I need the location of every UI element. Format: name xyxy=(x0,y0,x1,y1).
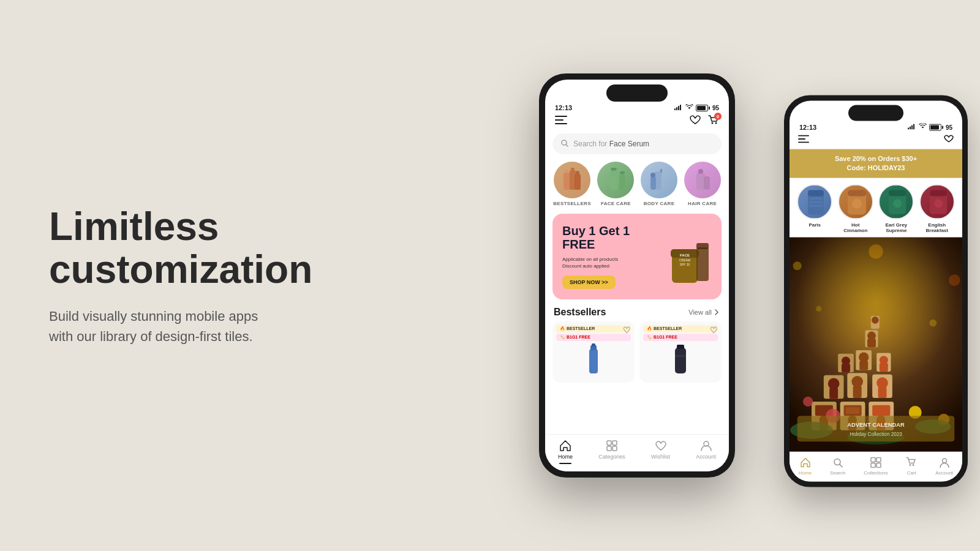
phones-container: 12:13 95 xyxy=(502,0,980,551)
app-header-1: 0 xyxy=(545,113,729,131)
svg-line-10 xyxy=(566,144,568,146)
svg-rect-125 xyxy=(876,463,881,468)
svg-rect-47 xyxy=(910,127,911,130)
category-bodycare[interactable]: BODY CARE xyxy=(641,162,677,206)
svg-point-71 xyxy=(816,306,821,312)
cart-button-1[interactable]: 0 xyxy=(708,115,719,127)
svg-rect-122 xyxy=(871,458,875,462)
svg-point-20 xyxy=(620,171,625,174)
promo-product-image: FACE CREAM SPF 30 xyxy=(663,232,712,281)
collection-img-english xyxy=(919,184,955,219)
svg-rect-95 xyxy=(829,388,838,399)
promo-banner-1: Buy 1 Get 1 FREE Applicable on all produ… xyxy=(552,214,722,299)
category-facecare[interactable]: FACE CARE xyxy=(597,162,634,206)
svg-rect-27 xyxy=(704,176,710,190)
svg-rect-48 xyxy=(911,126,913,130)
nav-account-1[interactable]: Account xyxy=(696,440,716,464)
nav-cart-2[interactable]: Cart xyxy=(906,457,917,476)
svg-rect-41 xyxy=(607,441,611,445)
search-bar-1[interactable]: Search for Face Serum xyxy=(552,133,722,154)
dynamic-island-2 xyxy=(848,105,903,121)
svg-rect-2 xyxy=(678,106,679,110)
shop-now-button[interactable]: SHOP NOW >> xyxy=(562,276,616,289)
wishlist-icon-2[interactable] xyxy=(944,135,954,146)
nav-categories-1[interactable]: Categories xyxy=(598,440,625,464)
nav-home-1[interactable]: Home xyxy=(558,440,573,464)
svg-rect-101 xyxy=(880,363,888,372)
svg-point-94 xyxy=(828,378,840,389)
svg-point-127 xyxy=(913,464,914,466)
category-label-bestsellers: BESTSELLERS xyxy=(553,201,591,206)
collection-paris[interactable]: Paris xyxy=(797,184,832,233)
promo-text-1: Buy 1 Get 1 FREE Applicable on all produ… xyxy=(562,224,663,289)
svg-rect-44 xyxy=(612,446,617,451)
app-header-2 xyxy=(790,132,962,149)
p2-nav-label-cart: Cart xyxy=(907,470,916,476)
wishlist-icon-product-1[interactable]: ♡ xyxy=(710,325,718,335)
svg-text:Holiday Collection 2023: Holiday Collection 2023 xyxy=(850,432,902,437)
header-actions-1: 0 xyxy=(690,115,719,127)
svg-rect-80 xyxy=(872,405,890,416)
category-img-facecare xyxy=(597,162,634,198)
nav-wishlist-1[interactable]: Wishlist xyxy=(651,440,670,464)
svg-rect-3 xyxy=(680,105,681,110)
view-all-button[interactable]: View all xyxy=(688,309,720,316)
svg-point-88 xyxy=(851,376,863,388)
nav-collections-2[interactable]: Collections xyxy=(864,457,888,476)
nav-home-2[interactable]: Home xyxy=(799,457,812,476)
menu-icon-1[interactable] xyxy=(555,116,567,127)
nav-search-2[interactable]: Search xyxy=(830,457,845,476)
svg-rect-22 xyxy=(660,169,662,173)
collection-english[interactable]: EnglishBreakfast xyxy=(919,184,955,233)
promo-title-1: Buy 1 Get 1 FREE xyxy=(562,224,663,251)
svg-text:SPF 30: SPF 30 xyxy=(680,263,690,266)
collection-earlgrey[interactable]: Earl GreySupreme xyxy=(878,184,914,233)
svg-rect-89 xyxy=(853,386,862,398)
svg-point-66 xyxy=(934,199,943,208)
nav-account-2[interactable]: Account xyxy=(935,457,953,476)
svg-rect-43 xyxy=(607,446,611,451)
menu-icon-2[interactable] xyxy=(798,135,809,146)
svg-point-63 xyxy=(893,199,902,208)
nav-indicator-home xyxy=(559,463,571,464)
svg-rect-0 xyxy=(674,108,676,110)
svg-rect-40 xyxy=(675,355,686,357)
category-bestsellers[interactable]: BESTSELLERS xyxy=(553,162,591,206)
svg-rect-23 xyxy=(650,176,656,190)
badge-bestseller-0: 🔥 BESTSELLER xyxy=(556,325,631,332)
svg-rect-46 xyxy=(908,128,909,130)
svg-rect-38 xyxy=(675,348,686,373)
time-2: 12:13 xyxy=(799,124,816,131)
svg-rect-62 xyxy=(889,190,906,196)
svg-rect-33 xyxy=(696,247,709,281)
category-haircare[interactable]: HAIR CARE xyxy=(684,162,721,206)
p2-nav-label-account: Account xyxy=(935,470,953,476)
svg-rect-34 xyxy=(696,243,709,249)
collection-img-earlgrey xyxy=(878,184,914,219)
wishlist-icon-product-0[interactable]: ♡ xyxy=(623,325,631,335)
battery-icon-2 xyxy=(929,124,943,130)
cart-badge-1: 0 xyxy=(714,113,722,120)
search-icon-1 xyxy=(561,138,568,149)
collection-cinnamon[interactable]: HotCinnamon xyxy=(838,184,873,233)
product-card-1[interactable]: 🔥 BESTSELLER 🏷️ B1G1 FREE ♡ xyxy=(639,321,722,383)
hero-text: Limitless customization Build visually s… xyxy=(49,205,417,347)
svg-point-8 xyxy=(715,122,717,124)
holiday-image: ADVENT CALENDAR Holiday Collection 2023 xyxy=(790,238,962,452)
collections-row: Paris HotCinnamon xyxy=(790,178,962,237)
product-card-0[interactable]: 🔥 BESTSELLER 🏷️ B1G1 FREE ♡ xyxy=(552,321,635,383)
svg-point-24 xyxy=(650,173,655,178)
status-bar-2: 12:13 95 xyxy=(790,121,962,132)
svg-point-73 xyxy=(869,244,883,258)
category-label-haircare: HAIR CARE xyxy=(688,201,717,206)
wishlist-icon-1[interactable] xyxy=(690,115,701,127)
svg-rect-57 xyxy=(809,204,823,206)
svg-point-126 xyxy=(910,464,911,466)
time-1: 12:13 xyxy=(555,104,572,111)
promo-subtitle-1: Applicable on all products Discount auto… xyxy=(562,256,663,269)
bestsellers-header: Bestsellers View all xyxy=(545,304,729,321)
products-row: 🔥 BESTSELLER 🏷️ B1G1 FREE ♡ 🔥 xyxy=(545,321,729,383)
svg-rect-4 xyxy=(555,116,567,117)
p2-nav-label-search: Search xyxy=(830,470,845,476)
product-badges-0: 🔥 BESTSELLER 🏷️ B1G1 FREE xyxy=(552,321,635,341)
